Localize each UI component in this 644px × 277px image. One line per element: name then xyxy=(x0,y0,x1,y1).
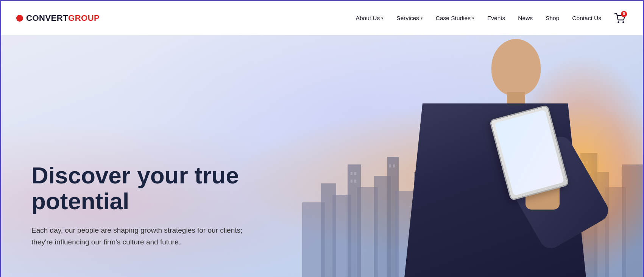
nav-item-about-us[interactable]: About Us ▾ xyxy=(351,12,389,25)
hero-section: Discover your true potential Each day, o… xyxy=(1,35,643,277)
logo[interactable]: CONVERTGROUP xyxy=(16,13,100,23)
nav-item-shop[interactable]: Shop xyxy=(540,12,564,25)
svg-point-0 xyxy=(618,22,619,22)
chevron-down-icon: ▾ xyxy=(381,16,384,21)
nav-item-events[interactable]: Events xyxy=(482,12,510,25)
logo-text: CONVERTGROUP xyxy=(26,13,100,23)
hero-person-figure xyxy=(340,35,624,277)
header: CONVERTGROUP About Us ▾ Services ▾ Case … xyxy=(1,1,643,35)
chevron-down-icon: ▾ xyxy=(472,16,474,21)
cart-button[interactable]: 0 xyxy=(612,10,628,26)
person-head xyxy=(491,39,541,96)
hero-subtext: Each day, our people are shaping growth … xyxy=(31,225,243,248)
chevron-down-icon: ▾ xyxy=(421,16,423,21)
nav-item-contact-us[interactable]: Contact Us xyxy=(567,12,607,25)
main-nav: About Us ▾ Services ▾ Case Studies ▾ Eve… xyxy=(351,10,628,26)
logo-group: GROUP xyxy=(68,13,100,23)
hero-heading: Discover your true potential xyxy=(31,163,289,214)
nav-item-services[interactable]: Services ▾ xyxy=(391,12,428,25)
hero-content: Discover your true potential Each day, o… xyxy=(31,163,289,248)
cart-count-badge: 0 xyxy=(621,11,627,17)
svg-point-1 xyxy=(623,22,624,22)
logo-dot xyxy=(16,15,23,22)
nav-item-case-studies[interactable]: Case Studies ▾ xyxy=(430,12,480,25)
logo-convert: CONVERT xyxy=(26,13,68,23)
nav-item-news[interactable]: News xyxy=(513,12,538,25)
